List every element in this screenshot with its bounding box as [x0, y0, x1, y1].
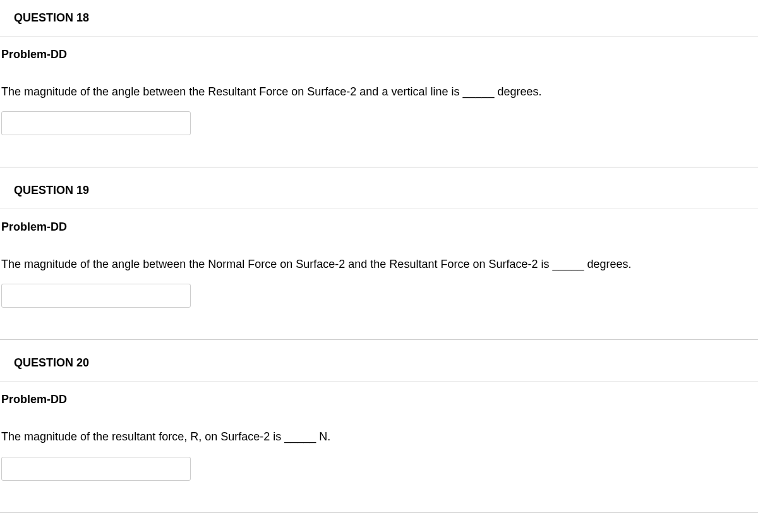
question-text: The magnitude of the angle between the R…: [0, 84, 758, 100]
question-text: The magnitude of the resultant force, R,…: [0, 429, 758, 445]
problem-label: Problem-DD: [0, 393, 758, 406]
question-header: QUESTION 20: [0, 345, 758, 382]
question-header: QUESTION 19: [0, 172, 758, 209]
question-text: The magnitude of the angle between the N…: [0, 257, 758, 272]
answer-input-19[interactable]: [1, 284, 191, 308]
question-header: QUESTION 18: [0, 0, 758, 37]
answer-input-20[interactable]: [1, 457, 191, 481]
answer-input-18[interactable]: [1, 111, 191, 135]
question-block-19: QUESTION 19 Problem-DD The magnitude of …: [0, 172, 758, 340]
question-block-20: QUESTION 20 Problem-DD The magnitude of …: [0, 345, 758, 512]
problem-label: Problem-DD: [0, 221, 758, 234]
question-block-18: QUESTION 18 Problem-DD The magnitude of …: [0, 0, 758, 167]
problem-label: Problem-DD: [0, 48, 758, 61]
